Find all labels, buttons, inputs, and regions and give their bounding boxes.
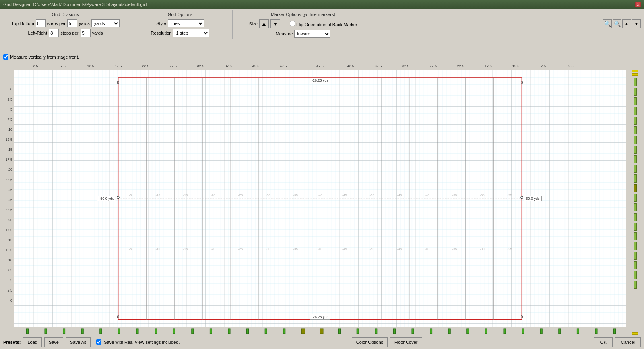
resolution-select[interactable]: 1 step 2 steps 5 steps bbox=[173, 29, 209, 37]
svg-text:-15: -15 bbox=[183, 193, 188, 197]
green-marker-20 bbox=[634, 261, 637, 269]
svg-text:32.5: 32.5 bbox=[402, 64, 409, 68]
svg-text:22.5: 22.5 bbox=[142, 64, 149, 68]
svg-rect-33 bbox=[265, 329, 267, 334]
floor-cover-button[interactable]: Floor Cover bbox=[390, 337, 422, 347]
ruler-22-5b: 22.5 bbox=[5, 205, 14, 215]
flip-orientation-checkbox[interactable] bbox=[290, 21, 295, 26]
yards-label-2: yards bbox=[92, 31, 103, 35]
size-row: Size ▲ ▼ Flip Orientation of Back Marker bbox=[249, 19, 357, 28]
svg-text:47.5: 47.5 bbox=[316, 64, 324, 68]
close-button[interactable]: ✕ bbox=[635, 2, 641, 7]
svg-text:22.5: 22.5 bbox=[457, 64, 464, 68]
canvas-container[interactable]: 2.5 7.5 12.5 17.5 22.5 27.5 32.5 37.5 42… bbox=[14, 62, 626, 335]
svg-rect-42 bbox=[430, 329, 432, 334]
measure-checkbox[interactable] bbox=[3, 54, 8, 60]
svg-text:17.5: 17.5 bbox=[115, 64, 122, 68]
scroll-up-button[interactable]: ▲ bbox=[622, 19, 631, 28]
right-middle-label: 50.0 yds bbox=[524, 196, 542, 201]
load-button[interactable]: Load bbox=[23, 337, 41, 347]
svg-text:17.5: 17.5 bbox=[485, 64, 492, 68]
green-marker-9 bbox=[634, 155, 637, 163]
save-realview-label: Save with Real View settings included. bbox=[104, 340, 180, 345]
ok-button[interactable]: OK bbox=[594, 337, 613, 347]
top-bottom-steps-input[interactable] bbox=[67, 19, 77, 27]
svg-text:-30: -30 bbox=[266, 247, 270, 251]
field-grid[interactable]: -5 -10 -15 -20 -25 -30 -35 -40 -45 -50 -… bbox=[14, 70, 626, 327]
style-select[interactable]: lines dots crosses bbox=[168, 19, 204, 27]
ruler-15: 15 bbox=[8, 144, 14, 154]
ruler-5b: 5 bbox=[10, 275, 14, 285]
bottom-markers bbox=[14, 327, 626, 335]
color-options-button[interactable]: Color Options bbox=[352, 337, 388, 347]
top-bottom-row: Top-Bottom steps per yards yards steps bbox=[11, 19, 119, 27]
green-marker-2 bbox=[634, 88, 637, 96]
size-label: Size bbox=[249, 21, 257, 26]
svg-rect-32 bbox=[247, 329, 249, 334]
ruler-0: 0 bbox=[10, 84, 14, 94]
svg-text:32.5: 32.5 bbox=[197, 64, 204, 68]
svg-rect-28 bbox=[173, 329, 175, 334]
svg-rect-29 bbox=[192, 329, 194, 334]
green-marker-1 bbox=[634, 78, 637, 86]
scroll-down-button[interactable]: ▼ bbox=[632, 19, 641, 28]
svg-text:42.5: 42.5 bbox=[252, 64, 260, 68]
svg-rect-37 bbox=[339, 329, 341, 334]
yards-select-1[interactable]: yards steps bbox=[91, 19, 120, 27]
svg-rect-26 bbox=[136, 329, 138, 334]
svg-text:42.5: 42.5 bbox=[347, 64, 354, 68]
svg-text:-20: -20 bbox=[211, 193, 215, 197]
ruler-12-5: 12.5 bbox=[5, 134, 14, 144]
svg-rect-25 bbox=[118, 329, 120, 334]
top-bottom-input[interactable] bbox=[36, 19, 46, 27]
top-bottom-label: Top-Bottom bbox=[11, 21, 34, 26]
zoom-in-button[interactable]: 🔍 bbox=[603, 19, 612, 28]
ruler-0b: 0 bbox=[10, 295, 14, 305]
measure-label: Measure bbox=[276, 31, 293, 36]
size-down-button[interactable]: ▼ bbox=[270, 19, 280, 28]
ruler-7-5: 7.5 bbox=[7, 114, 14, 124]
svg-text:-10: -10 bbox=[155, 247, 160, 251]
svg-text:12.5: 12.5 bbox=[87, 64, 94, 68]
svg-text:7.5: 7.5 bbox=[60, 64, 66, 68]
left-right-steps-input[interactable] bbox=[80, 29, 91, 37]
svg-rect-46 bbox=[504, 329, 506, 334]
green-marker-17 bbox=[634, 232, 637, 240]
grid-divisions-title: Grid Divisions bbox=[52, 12, 79, 17]
svg-text:37.5: 37.5 bbox=[225, 64, 232, 68]
size-up-button[interactable]: ▲ bbox=[259, 19, 269, 28]
zoom-out-button[interactable]: 🔍 bbox=[613, 19, 621, 28]
svg-rect-21 bbox=[45, 329, 47, 334]
main-area: 0 2.5 5 7.5 10 12.5 15 17.5 20 22.5 25 2… bbox=[0, 62, 644, 335]
green-marker-3 bbox=[634, 97, 637, 105]
resolution-row: Resolution 1 step 2 steps 5 steps bbox=[151, 29, 210, 37]
title-text: Grid Designer: C:\Users\Mark\Documents\P… bbox=[3, 2, 147, 7]
right-panel bbox=[626, 62, 644, 335]
measure-select[interactable]: inward outward bbox=[294, 30, 330, 38]
marker-options-section: Marker Options (yd line markers) Size ▲ … bbox=[233, 10, 374, 39]
svg-text:-45: -45 bbox=[397, 247, 402, 251]
svg-text:-40: -40 bbox=[425, 193, 429, 197]
svg-text:-35: -35 bbox=[452, 193, 457, 197]
save-realview-checkbox[interactable] bbox=[96, 339, 101, 345]
svg-text:-25: -25 bbox=[507, 247, 512, 251]
yellow-stripe-2 bbox=[632, 73, 638, 76]
svg-rect-50 bbox=[577, 329, 579, 334]
svg-point-105 bbox=[117, 196, 119, 199]
svg-text:-40: -40 bbox=[318, 247, 322, 251]
svg-rect-51 bbox=[595, 329, 597, 334]
green-marker-7 bbox=[634, 136, 637, 144]
green-marker-21 bbox=[634, 271, 637, 279]
svg-text:-25: -25 bbox=[238, 193, 243, 197]
green-marker-5 bbox=[634, 117, 637, 125]
ruler-10b: 10 bbox=[8, 255, 14, 265]
left-right-input[interactable] bbox=[49, 29, 59, 37]
top-ruler: 2.5 7.5 12.5 17.5 22.5 27.5 32.5 37.5 42… bbox=[14, 62, 626, 70]
cancel-button[interactable]: Cancel bbox=[615, 337, 641, 347]
svg-text:-30: -30 bbox=[480, 247, 485, 251]
svg-text:12.5: 12.5 bbox=[512, 64, 520, 68]
svg-text:2.5: 2.5 bbox=[33, 64, 38, 68]
save-as-button[interactable]: Save As bbox=[66, 337, 91, 347]
save-button[interactable]: Save bbox=[44, 337, 63, 347]
svg-rect-43 bbox=[448, 329, 450, 334]
